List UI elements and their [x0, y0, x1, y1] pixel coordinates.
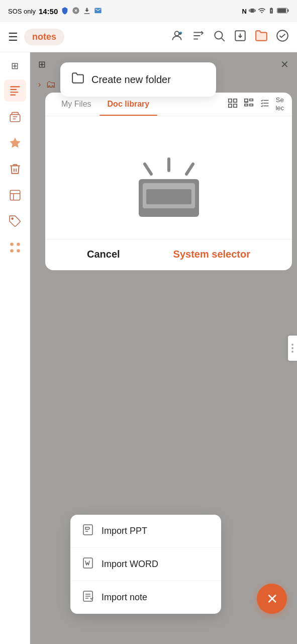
- mail-icon: [94, 7, 102, 16]
- svg-rect-2: [287, 9, 288, 12]
- import-export-icon[interactable]: [234, 29, 247, 45]
- import-word-item[interactable]: Import WORD: [70, 548, 221, 581]
- svg-rect-48: [146, 189, 191, 204]
- vibrate-icon: [249, 7, 256, 16]
- hamburger-menu[interactable]: ☰: [8, 31, 18, 44]
- import-ppt-label: Import PPT: [102, 526, 147, 536]
- modal-action-row: Cancel System selector: [45, 239, 292, 270]
- select-label: Selec: [275, 96, 284, 112]
- svg-point-14: [277, 30, 288, 41]
- search-icon[interactable]: [213, 29, 226, 45]
- svg-point-33: [291, 351, 293, 353]
- svg-line-49: [145, 164, 151, 174]
- svg-line-51: [186, 164, 193, 174]
- svg-rect-18: [10, 95, 16, 96]
- content-area: ⊞ ✕ › 🗂 All notes Create new folder: [30, 52, 297, 644]
- sidebar: ⊞: [0, 52, 30, 644]
- shield-icon: [61, 7, 69, 16]
- system-selector-button[interactable]: System selector: [173, 249, 250, 260]
- svg-rect-36: [229, 104, 232, 107]
- svg-rect-17: [10, 92, 18, 93]
- svg-rect-23: [10, 190, 20, 200]
- sidebar-item-trash[interactable]: [4, 158, 26, 180]
- time-display: 14:50: [39, 7, 58, 16]
- svg-rect-40: [245, 104, 248, 106]
- sidebar-item-tags[interactable]: [4, 210, 26, 232]
- svg-point-27: [10, 243, 14, 246]
- svg-point-31: [291, 344, 293, 346]
- fab-icon: ✕: [266, 591, 278, 607]
- panel-resize-icon[interactable]: ⊞: [11, 60, 19, 71]
- wifi-icon: [258, 7, 266, 16]
- import-note-item[interactable]: Import note: [70, 581, 221, 614]
- doc-library-modal: My Files Doc library Selec: [45, 93, 292, 270]
- svg-rect-37: [234, 104, 237, 107]
- svg-rect-19: [10, 115, 20, 122]
- list-sort-icon[interactable]: [191, 29, 205, 45]
- sidebar-item-starred[interactable]: [4, 132, 26, 154]
- svg-rect-16: [10, 89, 17, 90]
- folder-open-icon[interactable]: [255, 29, 268, 45]
- nfc-icon: N: [242, 8, 247, 15]
- svg-rect-52: [83, 525, 92, 535]
- inbox-illustration-area: [45, 116, 292, 239]
- note-icon: [81, 590, 94, 605]
- svg-rect-41: [250, 104, 253, 106]
- sidebar-item-template[interactable]: [4, 184, 26, 206]
- new-folder-icon: [71, 71, 84, 88]
- svg-point-4: [175, 31, 179, 36]
- create-folder-label: Create new folder: [91, 74, 171, 86]
- sidebar-item-notes-list[interactable]: [4, 79, 26, 102]
- svg-line-11: [222, 38, 225, 41]
- select-action[interactable]: Selec: [275, 96, 284, 112]
- sidebar-item-stacked-notes[interactable]: [4, 106, 26, 128]
- svg-rect-34: [229, 99, 232, 102]
- status-bar: SOS only 14:50 N: [0, 0, 297, 22]
- close-circle-icon: [72, 7, 80, 16]
- create-folder-card[interactable]: Create new folder: [60, 62, 216, 97]
- import-menu: Import PPT Import WORD Import note: [70, 515, 221, 614]
- svg-point-26: [11, 218, 13, 219]
- resize-handle[interactable]: [288, 336, 297, 361]
- ppt-icon: [81, 524, 94, 538]
- checkmark-icon[interactable]: [276, 29, 289, 45]
- main-area: ⊞: [0, 52, 297, 644]
- svg-marker-22: [10, 137, 21, 148]
- contacts-icon[interactable]: +: [170, 29, 183, 45]
- svg-rect-3: [278, 9, 286, 13]
- cancel-button[interactable]: Cancel: [87, 249, 120, 260]
- status-right-icons: N: [242, 7, 289, 16]
- svg-rect-35: [234, 99, 237, 102]
- inbox-icon: [124, 136, 214, 224]
- svg-point-29: [10, 249, 14, 253]
- svg-point-32: [291, 347, 293, 349]
- download-icon: [83, 7, 91, 16]
- svg-point-10: [215, 31, 222, 39]
- import-note-label: Import note: [102, 592, 147, 603]
- svg-point-28: [17, 243, 20, 246]
- battery-icon: [277, 7, 289, 16]
- svg-point-30: [17, 249, 20, 253]
- fab-close-button[interactable]: ✕: [257, 584, 287, 614]
- list-view-icon[interactable]: [243, 98, 254, 111]
- checklist-icon[interactable]: [259, 98, 270, 111]
- sidebar-item-category[interactable]: [4, 236, 26, 259]
- top-nav: ☰ notes +: [0, 22, 297, 52]
- grid-view-icon[interactable]: [227, 98, 238, 111]
- app-title[interactable]: notes: [24, 29, 64, 45]
- svg-rect-39: [250, 99, 253, 101]
- sos-label: SOS only: [8, 8, 36, 15]
- svg-rect-15: [10, 86, 20, 87]
- battery-alert-icon: [268, 7, 275, 16]
- word-icon: [81, 557, 94, 572]
- import-word-label: Import WORD: [102, 559, 158, 570]
- import-ppt-item[interactable]: Import PPT: [70, 515, 221, 548]
